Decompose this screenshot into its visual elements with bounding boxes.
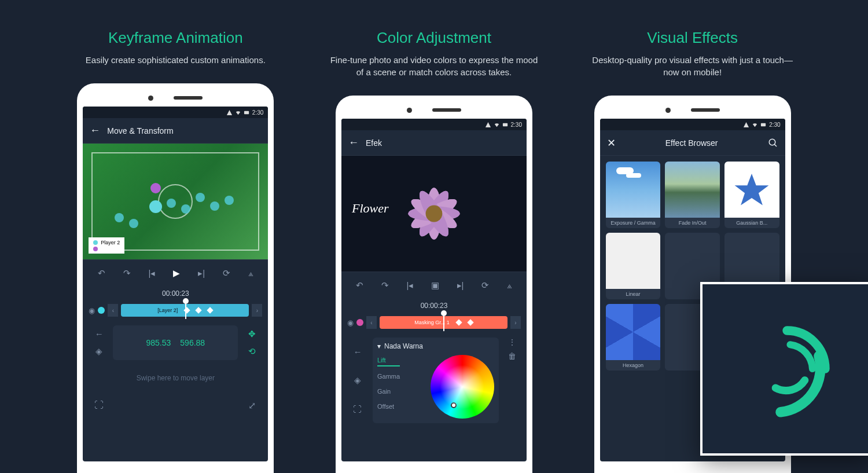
transport-controls: ↶ ↷ |◂ ▣ ▸| ⟳ ⟁ xyxy=(341,272,527,298)
playhead[interactable] xyxy=(443,314,444,331)
svg-line-17 xyxy=(774,144,777,146)
svg-point-14 xyxy=(426,206,443,222)
preview-viewport[interactable]: Flower xyxy=(341,156,527,272)
skip-start-icon[interactable]: |◂ xyxy=(149,268,156,278)
tab-gain[interactable]: Gain xyxy=(377,386,400,397)
panel-subtitle: Fine-tune photo and video colors to expr… xyxy=(330,54,538,78)
timeline-clip[interactable]: Masking Gr... 1 xyxy=(380,316,507,329)
skip-end-icon[interactable]: ▸| xyxy=(457,280,464,291)
panel-title: Color Adjustment xyxy=(377,29,491,47)
loop-icon[interactable]: ⟳ xyxy=(223,268,230,278)
back-icon[interactable]: ← xyxy=(90,124,100,137)
search-icon[interactable] xyxy=(768,138,778,148)
effect-item[interactable]: Hexagon xyxy=(606,304,661,371)
effect-item[interactable]: Gaussian B... xyxy=(724,162,779,228)
color-picker-handle[interactable] xyxy=(451,402,457,408)
loop-icon[interactable]: ⟳ xyxy=(481,280,489,291)
timeline[interactable]: ◉ ‹ [Layer 2] › xyxy=(83,301,268,320)
color-wheel[interactable] xyxy=(431,355,494,419)
property-panel: ← ◈ 985.53 596.88 ✥ ⟲ xyxy=(83,320,268,366)
section-title: Nada Warna xyxy=(384,342,423,350)
clip-next[interactable]: › xyxy=(510,316,521,329)
screen-header: ✕ Effect Browser xyxy=(600,130,785,156)
keyframe-diamond-icon[interactable]: ◈ xyxy=(89,346,109,357)
phone-mockup: 2:30 ← Efek Flower xyxy=(336,96,532,473)
delete-icon[interactable]: 🗑 xyxy=(508,351,516,361)
clip-next[interactable]: › xyxy=(252,304,262,317)
keyframe-selected[interactable] xyxy=(149,200,162,213)
rotate-icon[interactable]: ⟲ xyxy=(248,346,256,357)
tab-gamma[interactable]: Gamma xyxy=(377,371,400,382)
more-icon[interactable]: ⋮ xyxy=(508,338,516,347)
transport-controls: ↶ ↷ |◂ ▶ ▸| ⟳ ⟁ xyxy=(83,259,268,286)
flower-image xyxy=(388,167,480,260)
play-icon[interactable]: ▶ xyxy=(173,268,180,278)
overlay-text: Flower xyxy=(352,201,389,216)
effect-item[interactable]: Fade In/Out xyxy=(665,162,720,228)
compare-icon[interactable]: ▣ xyxy=(431,280,439,291)
playhead[interactable] xyxy=(185,302,186,319)
clip-prev[interactable]: ‹ xyxy=(366,316,377,329)
chevron-down-icon[interactable]: ▾ xyxy=(377,342,381,350)
crop-icon[interactable]: ⛶ xyxy=(347,404,368,414)
screen-header: ← Efek xyxy=(341,130,527,156)
layer-color-dot[interactable] xyxy=(356,319,363,326)
timeline[interactable]: ◉ ‹ Masking Gr... 1 › xyxy=(341,313,527,332)
svg-point-16 xyxy=(769,139,775,145)
swipe-hint: Swipe here to move layer xyxy=(83,366,268,390)
effect-item[interactable]: Exposure / Gamma xyxy=(606,162,661,228)
undo-icon[interactable]: ↶ xyxy=(98,268,105,278)
tab-offset[interactable]: Offset xyxy=(377,401,400,412)
timecode: 00:00:23 xyxy=(341,298,527,313)
phone-screen: 2:30 ← Efek Flower xyxy=(341,119,527,461)
tab-lift[interactable]: Lift xyxy=(377,355,400,366)
visibility-icon[interactable]: ◉ xyxy=(347,318,354,327)
close-icon[interactable]: ✕ xyxy=(607,137,616,149)
skip-start-icon[interactable]: |◂ xyxy=(406,280,413,291)
value-y[interactable]: 596.88 xyxy=(180,338,205,347)
back-nav-icon[interactable]: ← xyxy=(89,329,109,339)
status-time: 2:30 xyxy=(511,122,522,128)
property-values[interactable]: 985.53 596.88 xyxy=(113,325,238,360)
panel-subtitle: Easily create sophisticated custom anima… xyxy=(86,54,266,66)
bookmark-icon[interactable]: ⟁ xyxy=(507,280,512,290)
back-icon[interactable]: ← xyxy=(348,137,359,149)
battery-icon xyxy=(502,122,509,128)
bookmark-icon[interactable]: ⟁ xyxy=(248,268,253,278)
feature-panel-keyframe: Keyframe Animation Easily create sophist… xyxy=(65,29,285,473)
panel-subtitle: Desktop-quality pro visual effects with … xyxy=(589,54,797,78)
wifi-icon xyxy=(235,109,241,116)
undo-icon[interactable]: ↶ xyxy=(356,280,363,291)
clip-prev[interactable]: ‹ xyxy=(108,304,118,317)
skip-end-icon[interactable]: ▸| xyxy=(198,268,205,278)
status-bar: 2:30 xyxy=(83,107,268,118)
back-nav-icon[interactable]: ← xyxy=(347,347,368,357)
keyframe-marker[interactable] xyxy=(150,183,161,193)
redo-icon[interactable]: ↷ xyxy=(381,280,389,291)
panel-title: Keyframe Animation xyxy=(108,29,243,47)
effect-item[interactable]: Linear xyxy=(606,233,661,299)
timecode: 00:00:23 xyxy=(83,286,268,301)
redo-icon[interactable]: ↷ xyxy=(123,268,131,278)
signal-icon xyxy=(743,122,749,128)
phone-mockup: 2:30 ← Move & Transform xyxy=(77,83,274,473)
phone-screen: 2:30 ← Move & Transform xyxy=(83,107,268,461)
panel-title: Visual Effects xyxy=(647,29,738,47)
status-bar: 2:30 xyxy=(341,119,527,130)
header-title: Move & Transform xyxy=(107,126,173,135)
move-icon[interactable]: ✥ xyxy=(248,329,256,339)
preview-viewport[interactable]: Player 2 xyxy=(83,144,268,259)
expand-icon[interactable]: ⤢ xyxy=(241,395,262,416)
app-logo xyxy=(700,282,868,456)
status-time: 2:30 xyxy=(769,122,780,128)
svg-rect-0 xyxy=(244,111,249,114)
keyframe-diamond-icon[interactable]: ◈ xyxy=(347,375,368,386)
layer-color-dot[interactable] xyxy=(98,307,105,314)
visibility-icon[interactable]: ◉ xyxy=(89,306,95,315)
crop-icon[interactable]: ⛶ xyxy=(89,395,109,416)
timeline-clip[interactable]: [Layer 2] xyxy=(121,304,249,317)
header-title: Efek xyxy=(366,138,382,148)
color-section: ▾ Nada Warna Lift Gamma Gain Offset xyxy=(373,338,499,423)
value-x[interactable]: 985.53 xyxy=(146,338,171,347)
feature-panel-color: Color Adjustment Fine-tune photo and vid… xyxy=(324,29,544,473)
